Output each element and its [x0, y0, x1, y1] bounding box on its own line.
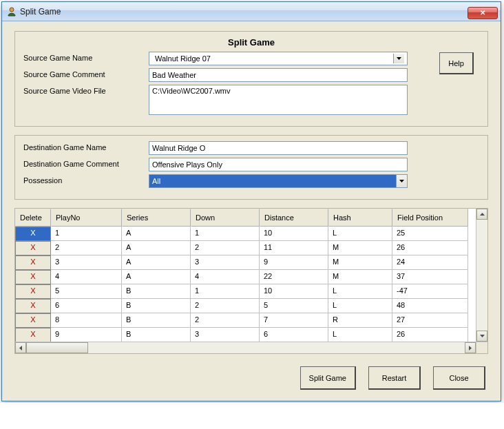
window-close-button[interactable]: ✕: [468, 7, 498, 19]
titlebar[interactable]: Split Game ✕: [2, 2, 501, 21]
cell-fieldpos[interactable]: 26: [392, 241, 468, 255]
column-header[interactable]: Series: [122, 209, 191, 227]
delete-cell[interactable]: X: [15, 241, 51, 255]
cell-hash[interactable]: L: [328, 227, 392, 241]
cell-series[interactable]: B: [122, 313, 191, 328]
cell-fieldpos[interactable]: 25: [392, 227, 468, 241]
vertical-scrollbar[interactable]: [476, 209, 487, 342]
scroll-right-button[interactable]: [465, 342, 476, 353]
cell-fieldpos[interactable]: -47: [392, 284, 468, 299]
plays-table: DeletePlayNoSeriesDownDistanceHashField …: [14, 208, 488, 354]
cell-fieldpos[interactable]: 37: [392, 270, 468, 284]
column-header[interactable]: Hash: [328, 209, 392, 227]
column-header[interactable]: Delete: [15, 209, 51, 227]
cell-distance[interactable]: 10: [260, 227, 328, 241]
cell-down[interactable]: 2: [191, 241, 260, 255]
help-label: Help: [448, 59, 464, 67]
scroll-track[interactable]: [476, 220, 487, 331]
source-comment-value: Bad Weather: [152, 71, 196, 79]
cell-series[interactable]: A: [122, 241, 191, 255]
dest-comment-label: Destination Game Comment: [23, 158, 149, 168]
cell-hash[interactable]: L: [328, 299, 392, 313]
cell-distance[interactable]: 5: [260, 299, 328, 313]
column-header[interactable]: PlayNo: [51, 209, 122, 227]
cell-playno[interactable]: 9: [51, 328, 122, 342]
cell-hash[interactable]: R: [328, 313, 392, 328]
cell-distance[interactable]: 10: [260, 284, 328, 299]
table-row: X5B110L-47: [15, 284, 476, 299]
cell-hash[interactable]: M: [328, 255, 392, 270]
cell-playno[interactable]: 1: [51, 227, 122, 241]
cell-series[interactable]: A: [122, 270, 191, 284]
cell-down[interactable]: 4: [191, 270, 260, 284]
chevron-left-icon: [19, 346, 22, 350]
scroll-corner: [476, 342, 487, 353]
cell-down[interactable]: 1: [191, 227, 260, 241]
cell-series[interactable]: B: [122, 299, 191, 313]
delete-cell[interactable]: X: [15, 255, 51, 270]
dest-comment-field[interactable]: Offensive Plays Only: [149, 158, 408, 171]
close-button[interactable]: Close: [433, 366, 485, 390]
delete-cell[interactable]: X: [15, 227, 51, 241]
cell-down[interactable]: 2: [191, 313, 260, 328]
window-frame: Split Game ✕ Split Game Help Source Game…: [1, 1, 501, 401]
source-comment-field[interactable]: Bad Weather: [149, 68, 408, 82]
column-header[interactable]: Field Position: [392, 209, 468, 227]
scroll-down-button[interactable]: [476, 331, 487, 342]
cell-fieldpos[interactable]: 48: [392, 299, 468, 313]
dropdown-button[interactable]: [393, 54, 404, 63]
delete-cell[interactable]: X: [15, 270, 51, 284]
cell-down[interactable]: 2: [191, 299, 260, 313]
cell-fieldpos[interactable]: 26: [392, 328, 468, 342]
cell-playno[interactable]: 4: [51, 270, 122, 284]
cell-series[interactable]: A: [122, 255, 191, 270]
cell-distance[interactable]: 6: [260, 328, 328, 342]
destination-group: Destination Game Name Walnut Ridge O Des…: [14, 135, 488, 200]
table-row: X2A211M26: [15, 241, 476, 255]
split-game-button[interactable]: Split Game: [300, 366, 356, 390]
delete-cell[interactable]: X: [15, 313, 51, 328]
source-video-field[interactable]: C:\Video\WC2007.wmv: [149, 85, 408, 115]
restart-label: Restart: [382, 374, 406, 382]
cell-down[interactable]: 3: [191, 328, 260, 342]
scroll-left-button[interactable]: [15, 342, 26, 353]
cell-distance[interactable]: 11: [260, 241, 328, 255]
help-button[interactable]: Help: [439, 52, 474, 74]
restart-button[interactable]: Restart: [368, 366, 421, 390]
scroll-up-button[interactable]: [476, 209, 487, 220]
possession-value: All: [149, 175, 396, 187]
cell-hash[interactable]: M: [328, 241, 392, 255]
cell-hash[interactable]: L: [328, 328, 392, 342]
cell-fieldpos[interactable]: 24: [392, 255, 468, 270]
possession-combo[interactable]: All: [149, 174, 408, 188]
cell-distance[interactable]: 7: [260, 313, 328, 328]
cell-hash[interactable]: M: [328, 270, 392, 284]
scroll-track[interactable]: [26, 342, 465, 353]
cell-down[interactable]: 3: [191, 255, 260, 270]
column-header[interactable]: Distance: [260, 209, 328, 227]
source-name-combo[interactable]: Walnut Ridge 07: [149, 52, 408, 65]
cell-distance[interactable]: 9: [260, 255, 328, 270]
cell-series[interactable]: B: [122, 328, 191, 342]
cell-hash[interactable]: L: [328, 284, 392, 299]
cell-playno[interactable]: 2: [51, 241, 122, 255]
cell-playno[interactable]: 8: [51, 313, 122, 328]
cell-fieldpos[interactable]: 27: [392, 313, 468, 328]
cell-distance[interactable]: 22: [260, 270, 328, 284]
cell-playno[interactable]: 6: [51, 299, 122, 313]
delete-cell[interactable]: X: [15, 328, 51, 342]
close-icon: ✕: [480, 9, 485, 17]
cell-series[interactable]: B: [122, 284, 191, 299]
delete-cell[interactable]: X: [15, 284, 51, 299]
scroll-thumb[interactable]: [26, 342, 88, 353]
cell-playno[interactable]: 3: [51, 255, 122, 270]
source-group: Split Game Help Source Game Name Walnut …: [14, 31, 488, 127]
delete-cell[interactable]: X: [15, 299, 51, 313]
dropdown-button[interactable]: [396, 175, 407, 187]
cell-series[interactable]: A: [122, 227, 191, 241]
horizontal-scrollbar[interactable]: [15, 342, 476, 353]
dest-name-field[interactable]: Walnut Ridge O: [149, 141, 408, 155]
column-header[interactable]: Down: [191, 209, 260, 227]
cell-down[interactable]: 1: [191, 284, 260, 299]
cell-playno[interactable]: 5: [51, 284, 122, 299]
